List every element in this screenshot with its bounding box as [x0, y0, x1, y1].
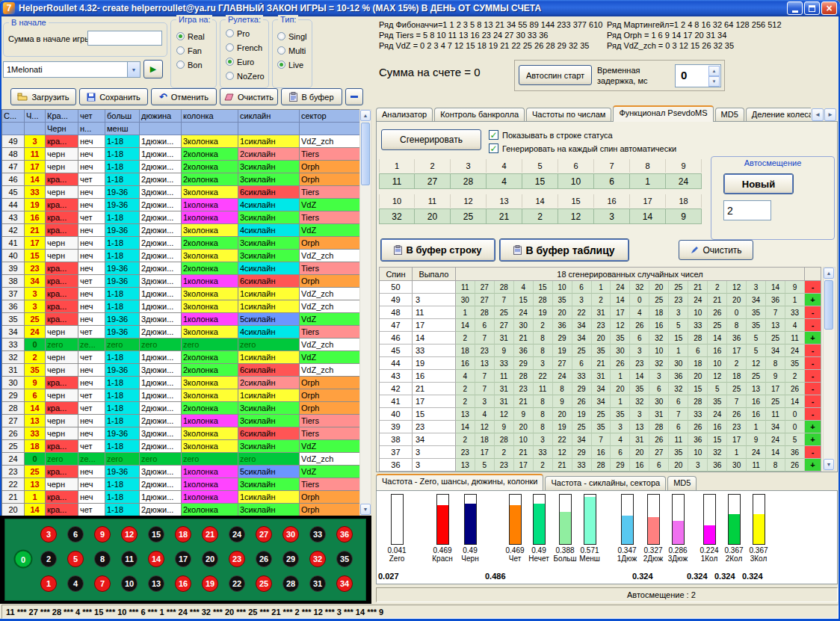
gen-number-cell: 17	[475, 446, 495, 459]
cell-sixline: 4сиклайн	[238, 224, 300, 237]
app-window: 7 HelperRoullet 4.32- create helperroull…	[0, 0, 840, 621]
load-button[interactable]: Загрузить	[10, 88, 76, 105]
clear-gen-button[interactable]: Очистить	[679, 240, 753, 260]
board-number: 26	[256, 551, 272, 567]
scrollbar-thumb[interactable]	[824, 280, 833, 330]
dropdown-arrow-icon[interactable]: ▼	[127, 62, 140, 77]
cell-sixline: 1сиклайн	[238, 491, 300, 504]
cell-spin: 38	[2, 275, 25, 288]
gen-number-cell: 3	[747, 281, 766, 294]
radio-fan[interactable]: Fan	[176, 43, 205, 58]
new-offset-button-label: Новый	[742, 179, 775, 190]
tab-1[interactable]: Анализатор	[376, 108, 433, 122]
gen-number-cell: 25	[495, 306, 514, 319]
save-button[interactable]: Сохранить	[79, 88, 148, 105]
scroll-down-icon[interactable]: ▼	[824, 459, 834, 470]
radio-singl[interactable]: Singl	[277, 29, 306, 43]
cell-number: 35	[25, 364, 46, 377]
gen-number-cell: 3	[649, 370, 669, 383]
cell-range: 1-18	[105, 491, 140, 504]
collapse-button[interactable]	[345, 88, 363, 105]
gen-number-cell: 14	[766, 446, 785, 459]
cell-spin: 35	[2, 313, 25, 326]
gen-number-cell: 5	[747, 345, 766, 357]
radio-euro[interactable]: Euro	[226, 55, 265, 69]
new-offset-button[interactable]: Новый	[723, 173, 794, 194]
cell-parity: чет	[78, 326, 105, 339]
tab-scroll-right-icon[interactable]: ►	[824, 108, 836, 121]
scroll-up-icon[interactable]: ▲	[360, 110, 371, 121]
undo-button[interactable]: ↶ Отменить	[151, 88, 217, 105]
generate-button[interactable]: Сгенерировать	[381, 129, 481, 150]
checkbox-checked-icon[interactable]: ✓	[489, 130, 498, 140]
spinner-down-icon[interactable]: ▼	[708, 76, 720, 87]
close-button[interactable]: ×	[821, 1, 837, 15]
delay-spinner[interactable]: 0 ▲ ▼	[675, 64, 721, 87]
freq-tab-3[interactable]: MD5	[667, 476, 697, 490]
autogenerate-checkbox-row[interactable]: ✓ Генерировать на каждый спин автоматиче…	[489, 143, 676, 153]
tab-2[interactable]: Контроль банкролла	[434, 108, 525, 122]
tab-scroll-left-icon[interactable]: ◄	[812, 108, 824, 121]
gen-sign-cell: +	[805, 433, 821, 446]
spinner-up-icon[interactable]: ▲	[708, 66, 720, 76]
cell-number: 16	[25, 211, 46, 224]
freq-tab-1[interactable]: Частота - Zero, шансы, дюжины, колонки	[376, 474, 543, 490]
tab-4[interactable]: Функционал PsevdoMS	[613, 105, 713, 122]
cell-column: zero	[182, 453, 238, 466]
gen-number-cell: 18	[688, 357, 708, 370]
spins-table-scrollbar[interactable]: ▲ ▼	[359, 109, 371, 516]
play-button[interactable]: ▶	[143, 60, 163, 78]
tab-5[interactable]: MD5	[715, 108, 744, 122]
gen-number-cell: 16	[456, 357, 475, 370]
start-sum-label: Сумма в начале игры	[8, 34, 90, 43]
radio-nozero[interactable]: NoZero	[226, 69, 265, 83]
copy-row-button[interactable]: В буфер строку	[380, 238, 495, 262]
gen-number-cell: 1	[727, 446, 747, 459]
cell-column: 1колонка	[182, 466, 238, 478]
gen-number-cell: 35	[611, 408, 630, 421]
status-line-checkbox-row[interactable]: ✓ Показывать в строке статуса	[489, 130, 613, 140]
close-icon: ×	[826, 2, 832, 14]
gen-number-cell: 36	[766, 294, 785, 306]
generated-sequence-text: 11 *** 27 *** 28 *** 4 *** 15 *** 10 ***…	[6, 608, 383, 617]
start-sum-input[interactable]	[87, 31, 162, 46]
autospin-button[interactable]: Автоспин старт	[519, 65, 592, 85]
freq-bar: 0.041Zero	[383, 494, 410, 563]
radio-live[interactable]: Live	[277, 58, 306, 72]
radio-french[interactable]: French	[226, 40, 265, 55]
tab-3[interactable]: Частоты по числам	[526, 108, 611, 122]
minimize-button[interactable]	[787, 1, 803, 15]
scrollbar-thumb[interactable]	[361, 123, 370, 185]
cell-sixline: 6сиклайн	[238, 186, 300, 199]
gen-grid-header-cell: 10	[379, 194, 415, 208]
gen-number-cell: 8	[553, 383, 572, 395]
cell-column: 1колонка	[182, 313, 238, 326]
checkbox-checked-icon[interactable]: ✓	[489, 143, 498, 153]
maximize-button[interactable]	[804, 1, 820, 15]
cell-sixline: 5сиклайн	[238, 313, 300, 326]
cell-number: 0	[25, 453, 46, 466]
tab-6[interactable]: Деление колеса на	[746, 108, 811, 122]
gen-number-cell: 13	[630, 421, 649, 433]
gen-number-cell: 35	[669, 446, 688, 459]
freq-bar: 0.571Менш	[576, 494, 603, 563]
radio-real[interactable]: Real	[176, 29, 205, 43]
buffer-button[interactable]: В буфер	[281, 88, 342, 105]
cell-sixline: 3сиклайн	[238, 250, 300, 262]
clear-button[interactable]: Очистить	[220, 88, 278, 105]
offset-value-input[interactable]	[723, 200, 771, 220]
cell-number: 33	[25, 427, 46, 440]
board-zero: 0	[14, 550, 33, 569]
scroll-up-icon[interactable]: ▲	[824, 268, 834, 279]
radio-bon[interactable]: Bon	[176, 58, 205, 72]
cell-column: 2колонка	[182, 237, 238, 250]
generated-table-scrollbar[interactable]: ▲ ▼	[823, 267, 836, 471]
radio-pro[interactable]: Pro	[226, 26, 265, 40]
freq-tab-2[interactable]: Частота - сиклайны, сектора	[545, 476, 666, 490]
radio-multi[interactable]: Multi	[277, 43, 306, 58]
scroll-down-icon[interactable]: ▼	[360, 504, 371, 515]
gen-grid-value-cell: 21	[487, 208, 522, 224]
copy-table-button[interactable]: В буфер таблицу	[499, 238, 629, 262]
preset-select[interactable]: 1Melonati ▼	[3, 61, 140, 78]
gen-number-cell: 7	[475, 383, 495, 395]
